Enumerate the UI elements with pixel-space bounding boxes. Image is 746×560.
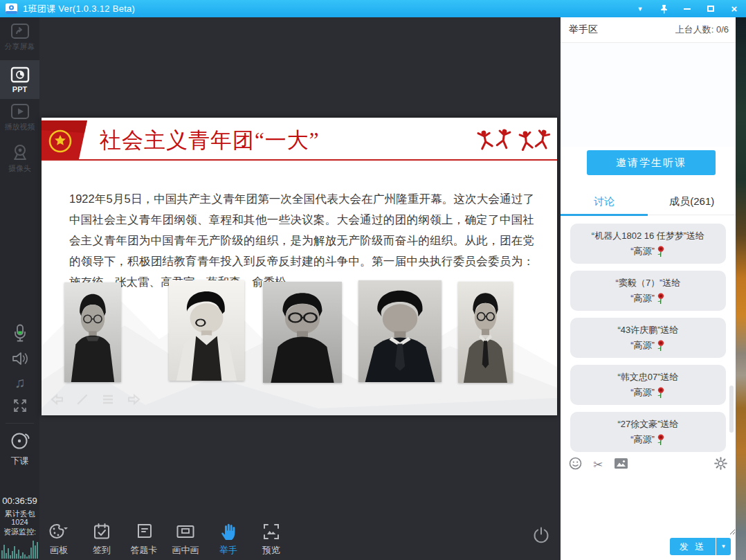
microphone-icon xyxy=(12,324,28,343)
message-line1: “机器人1802 16 任梦梦”送给 xyxy=(592,228,704,244)
music-button[interactable]: ♫ xyxy=(0,374,39,391)
message-line1: “韩文忠07”送给 xyxy=(617,370,678,385)
rose-icon xyxy=(656,340,666,352)
slide-pen-button[interactable] xyxy=(76,393,90,406)
send-button-group: 发 送 ▼ xyxy=(670,538,731,555)
message-line2: “高源” xyxy=(630,244,655,259)
message-bubble: “机器人1802 16 任梦梦”送给 “高源” xyxy=(570,224,726,264)
sidebar-item-share-screen[interactable]: 分享屏幕 xyxy=(0,23,39,52)
resource-monitor-graph xyxy=(1,538,39,559)
message-bubble: “43许庆鹏”送给 “高源” xyxy=(570,318,726,358)
emoji-button[interactable] xyxy=(569,457,582,473)
discussion-message-list: “机器人1802 16 任梦梦”送给 “高源” “窦毅（7）”送给 “高源” “… xyxy=(561,217,736,456)
slide-prev-button[interactable] xyxy=(50,393,65,406)
toolbar-item-sign-in[interactable]: 签到 xyxy=(82,523,121,557)
fullscreen-expand-icon xyxy=(12,398,28,413)
rose-icon xyxy=(656,434,666,446)
gear-icon xyxy=(714,457,727,470)
slide-title: 社会主义青年团“一大” xyxy=(100,126,320,155)
rose-icon xyxy=(656,387,666,399)
sidebar-divider xyxy=(6,423,34,424)
message-line2: “高源” xyxy=(630,432,655,447)
end-class-bell-icon xyxy=(8,428,32,452)
preview-icon xyxy=(262,523,280,541)
portrait-photo-4 xyxy=(358,280,442,382)
screenshot-scissors-button[interactable]: ✂ xyxy=(593,458,603,471)
portrait-photo-1 xyxy=(64,282,121,382)
desktop-wallpaper-strip xyxy=(736,17,746,560)
play-video-icon xyxy=(10,103,30,120)
message-line2: “高源” xyxy=(630,385,655,400)
palette-icon xyxy=(48,523,69,541)
titlebar-dropdown-button[interactable]: ▼ xyxy=(628,0,652,17)
message-bubble: “27徐文豪”送给 “高源” xyxy=(570,412,726,452)
raise-hand-zone-title: 举手区 xyxy=(569,24,598,36)
title-bar: 1班团课 Ver(1.0.3.12 Beta) ▼ × xyxy=(0,0,746,17)
app-window: 1班团课 Ver(1.0.3.12 Beta) ▼ × 分享屏幕 xyxy=(0,0,746,560)
left-sidebar: 分享屏幕 PPT 播放视频 摄像头 xyxy=(0,17,39,560)
jumping-figures-icon xyxy=(473,122,554,161)
tab-discussion[interactable]: 讨论 xyxy=(561,189,648,215)
invite-students-button[interactable]: 邀请学生听课 xyxy=(587,150,716,175)
ppt-slide: 社会主义青年团“一大” 1922年5月5日，中国共产主义青年团第一次全国代表大会… xyxy=(42,118,557,415)
speaker-icon xyxy=(11,350,29,367)
slide-body-text: 1922年5月5日，中国共产主义青年团第一次全国代表大会在广州隆重开幕。这次大会… xyxy=(69,188,534,292)
image-icon xyxy=(614,458,628,469)
microphone-button[interactable] xyxy=(0,324,39,343)
panel-tabs: 讨论 成员(261) xyxy=(561,189,736,215)
message-line1: “43许庆鹏”送给 xyxy=(617,323,678,338)
minimize-button[interactable] xyxy=(675,0,699,17)
close-button[interactable]: × xyxy=(722,0,746,17)
send-button[interactable]: 发 送 xyxy=(670,538,716,555)
resource-monitor-label: 资源监控: xyxy=(0,527,39,536)
send-image-button[interactable] xyxy=(614,458,628,472)
active-tab-underline xyxy=(561,214,648,216)
sidebar-item-ppt[interactable]: PPT xyxy=(0,60,39,99)
power-icon xyxy=(532,526,550,544)
portrait-photo-2 xyxy=(169,280,244,381)
window-controls: ▼ × xyxy=(628,0,746,17)
ppt-icon xyxy=(10,66,30,83)
toolbar-item-answer-card[interactable]: 答题卡 xyxy=(125,523,163,557)
tab-members[interactable]: 成员(261) xyxy=(648,189,736,215)
answer-card-icon xyxy=(135,523,153,541)
chat-toolbar: ✂ xyxy=(561,453,736,476)
sidebar-item-camera[interactable]: 摄像头 xyxy=(0,143,39,174)
rose-icon xyxy=(656,293,666,305)
webcam-icon xyxy=(10,143,30,161)
message-line2: “高源” xyxy=(630,338,655,353)
right-panel: 举手区 上台人数: 0/6 邀请学生听课 讨论 成员(261) “机器人1802… xyxy=(561,17,736,560)
youth-league-emblem-icon xyxy=(42,120,91,159)
window-title: 1班团课 Ver(1.0.3.12 Beta) xyxy=(23,3,135,15)
portrait-photo-3 xyxy=(263,282,342,383)
message-list-scrollbar[interactable] xyxy=(729,386,734,433)
music-note-icon: ♫ xyxy=(15,374,26,391)
chat-input[interactable] xyxy=(561,476,736,535)
presenter-controls xyxy=(50,393,141,406)
portrait-photo-5 xyxy=(458,282,513,383)
class-timer: 00:36:59 xyxy=(0,496,39,506)
calendar-check-icon xyxy=(93,523,111,541)
speaker-button[interactable] xyxy=(0,350,39,367)
toolbar-item-pip[interactable]: 画中画 xyxy=(166,523,205,557)
stage-count: 上台人数: 0/6 xyxy=(675,24,729,36)
app-logo-icon xyxy=(6,3,17,14)
message-bubble: “韩文忠07”送给 “高源” xyxy=(570,365,726,405)
slide-next-button[interactable] xyxy=(126,393,141,406)
toolbar-item-raise-hand[interactable]: 举手 xyxy=(209,523,248,557)
power-button[interactable] xyxy=(532,526,550,544)
pin-icon[interactable] xyxy=(652,0,675,17)
slide-menu-button[interactable] xyxy=(101,393,115,406)
sidebar-item-play-video[interactable]: 播放视频 xyxy=(0,103,39,132)
maximize-button[interactable] xyxy=(699,0,722,17)
end-class-button[interactable]: 下课 xyxy=(0,428,39,467)
toolbar-item-preview[interactable]: 预览 xyxy=(252,523,291,557)
share-screen-icon xyxy=(10,23,30,39)
fullscreen-button[interactable] xyxy=(0,398,39,413)
message-line1: “27徐文豪”送给 xyxy=(617,417,678,432)
picture-in-picture-icon xyxy=(176,523,195,541)
chat-settings-button[interactable] xyxy=(714,457,727,473)
send-options-dropdown[interactable]: ▼ xyxy=(716,538,731,555)
chevron-down-icon: ▼ xyxy=(721,543,727,550)
toolbar-item-whiteboard[interactable]: 画板 xyxy=(39,523,78,557)
